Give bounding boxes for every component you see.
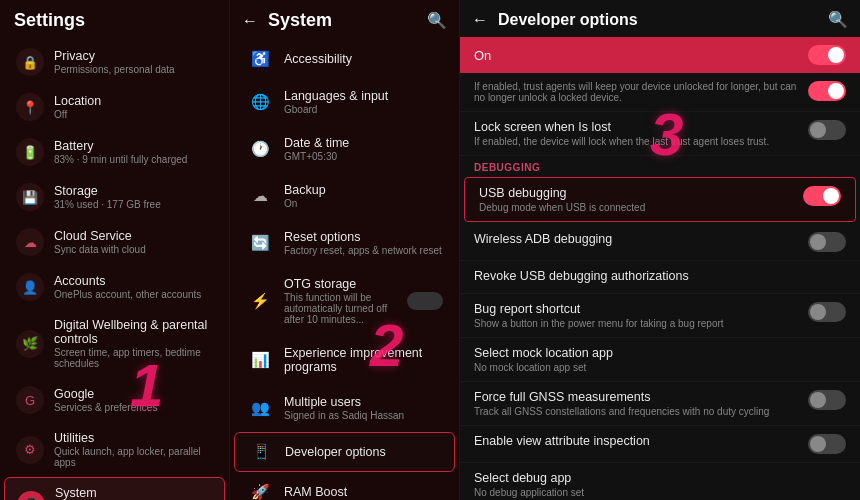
system-back-button[interactable]: ← xyxy=(242,12,258,30)
system-item-otg[interactable]: ⚡ OTG storage This function will be auto… xyxy=(234,267,455,335)
system-icon-rambost: 🚀 xyxy=(246,483,274,500)
system-item-datetime[interactable]: 🕐 Date & time GMT+05:30 xyxy=(234,126,455,172)
dev-item-revoke-adb[interactable]: Revoke USB debugging authorizations xyxy=(460,261,860,294)
system-icon-accessibility: ♿ xyxy=(246,50,274,68)
system-item-sub-reset: Factory reset, apps & network reset xyxy=(284,245,443,256)
system-item-languages[interactable]: 🌐 Languages & input Gboard xyxy=(234,79,455,125)
settings-icon-cloud: ☁ xyxy=(16,228,44,256)
dev-item-sub-gnss: Track all GNSS constellations and freque… xyxy=(474,406,800,417)
dev-item-title-lock: Lock screen when Is lost xyxy=(474,120,800,134)
toggle-usb[interactable] xyxy=(803,186,841,206)
toggle-otg[interactable] xyxy=(407,292,443,310)
settings-item-sub-wellbeing: Screen time, app timers, bedtime schedul… xyxy=(54,347,213,369)
system-item-multiuser[interactable]: 👥 Multiple users Signed in as Sadiq Hass… xyxy=(234,385,455,431)
settings-item-accounts[interactable]: 👤 Accounts OnePlus account, other accoun… xyxy=(4,265,225,309)
settings-item-sub-google: Services & preferences xyxy=(54,402,213,413)
system-icon-devopt: 📱 xyxy=(247,443,275,461)
settings-item-title-cloud: Cloud Service xyxy=(54,229,213,243)
devopt-back-button[interactable]: ← xyxy=(472,11,488,29)
settings-header: Settings xyxy=(0,0,229,39)
toggle-wireless-adb[interactable] xyxy=(808,232,846,252)
dev-item-sub-debug-app: No debug application set xyxy=(474,487,846,498)
settings-item-privacy[interactable]: 🔒 Privacy Permissions, personal data xyxy=(4,40,225,84)
settings-item-location[interactable]: 📍 Location Off xyxy=(4,85,225,129)
system-item-rambost[interactable]: 🚀 RAM Boost xyxy=(234,473,455,500)
settings-item-google[interactable]: G Google Services & preferences xyxy=(4,378,225,422)
toggle-lock[interactable] xyxy=(808,120,846,140)
settings-title: Settings xyxy=(14,10,85,30)
system-header: ← System 🔍 xyxy=(230,0,459,39)
dev-item-sub-lock: If enabled, the device will lock when th… xyxy=(474,136,800,147)
system-icon-backup: ☁ xyxy=(246,187,274,205)
dev-item-title-bug-report: Bug report shortcut xyxy=(474,302,800,316)
dev-item-title-wireless-adb: Wireless ADB debugging xyxy=(474,232,800,246)
settings-item-title-privacy: Privacy xyxy=(54,49,213,63)
system-icon-experience: 📊 xyxy=(246,351,274,369)
system-item-title-otg: OTG storage xyxy=(284,277,407,291)
dev-item-view-attr[interactable]: Enable view attribute inspection xyxy=(460,426,860,463)
settings-icon-utilities: ⚙ xyxy=(16,436,44,464)
dev-on-toggle[interactable] xyxy=(808,45,846,65)
dev-section-debugging: DEBUGGING xyxy=(460,156,860,175)
system-item-devopt[interactable]: 📱 Developer options xyxy=(234,432,455,472)
dev-item-usb-debug[interactable]: USB debugging Debug mode when USB is con… xyxy=(464,177,856,222)
settings-item-title-wellbeing: Digital Wellbeing & parental controls xyxy=(54,318,213,346)
dev-item-title-mock-location: Select mock location app xyxy=(474,346,846,360)
settings-item-title-google: Google xyxy=(54,387,213,401)
system-item-sub-backup: On xyxy=(284,198,443,209)
dev-item-gnss[interactable]: Force full GNSS measurements Track all G… xyxy=(460,382,860,426)
settings-icon-location: 📍 xyxy=(16,93,44,121)
system-panel: ← System 🔍 ♿ Accessibility 🌐 Languages &… xyxy=(230,0,460,500)
system-item-accessibility[interactable]: ♿ Accessibility xyxy=(234,40,455,78)
toggle-view-attr[interactable] xyxy=(808,434,846,454)
settings-item-wellbeing[interactable]: 🌿 Digital Wellbeing & parental controls … xyxy=(4,310,225,377)
toggle-trust[interactable] xyxy=(808,81,846,101)
devopt-search-icon[interactable]: 🔍 xyxy=(828,10,848,29)
settings-item-utilities[interactable]: ⚙ Utilities Quick launch, app locker, pa… xyxy=(4,423,225,476)
settings-item-sub-battery: 83% · 9 min until fully charged xyxy=(54,154,213,165)
dev-item-lock-screen[interactable]: Lock screen when Is lost If enabled, the… xyxy=(460,112,860,156)
system-icon-languages: 🌐 xyxy=(246,93,274,111)
devopt-panel: ← Developer options 🔍 On If enabled, tru… xyxy=(460,0,860,500)
toggle-bug-report[interactable] xyxy=(808,302,846,322)
devopt-list: On If enabled, trust agents will keep yo… xyxy=(460,37,860,500)
system-item-title-experience: Experience improvement programs xyxy=(284,346,443,374)
dev-item-title-view-attr: Enable view attribute inspection xyxy=(474,434,800,448)
toggle-gnss[interactable] xyxy=(808,390,846,410)
settings-item-system[interactable]: 📱 System Language & keyboard, time, rese… xyxy=(4,477,225,500)
dev-item-sub-trust: If enabled, trust agents will keep your … xyxy=(474,81,800,103)
system-item-title-reset: Reset options xyxy=(284,230,443,244)
settings-item-storage[interactable]: 💾 Storage 31% used · 177 GB free xyxy=(4,175,225,219)
system-item-experience[interactable]: 📊 Experience improvement programs xyxy=(234,336,455,384)
dev-item-title-revoke-adb: Revoke USB debugging authorizations xyxy=(474,269,846,283)
system-search-icon[interactable]: 🔍 xyxy=(427,11,447,30)
settings-item-sub-utilities: Quick launch, app locker, parallel apps xyxy=(54,446,213,468)
settings-item-cloud[interactable]: ☁ Cloud Service Sync data with cloud xyxy=(4,220,225,264)
dev-item-bug-report[interactable]: Bug report shortcut Show a button in the… xyxy=(460,294,860,338)
settings-item-sub-cloud: Sync data with cloud xyxy=(54,244,213,255)
dev-item-wireless-adb[interactable]: Wireless ADB debugging xyxy=(460,224,860,261)
system-title: System xyxy=(268,10,427,31)
dev-item-sub-usb: Debug mode when USB is connected xyxy=(479,202,795,213)
dev-item-title-debug-app: Select debug app xyxy=(474,471,846,485)
dev-item-sub-mock-location: No mock location app set xyxy=(474,362,846,373)
system-item-sub-multiuser: Signed in as Sadiq Hassan xyxy=(284,410,443,421)
settings-item-title-system: System xyxy=(55,486,212,500)
dev-item-mock-location[interactable]: Select mock location app No mock locatio… xyxy=(460,338,860,382)
settings-list: 🔒 Privacy Permissions, personal data 📍 L… xyxy=(0,39,229,500)
dev-item-debug-app[interactable]: Select debug app No debug application se… xyxy=(460,463,860,500)
system-icon-datetime: 🕐 xyxy=(246,140,274,158)
dev-item-trust-agents[interactable]: If enabled, trust agents will keep your … xyxy=(460,73,860,112)
system-item-reset[interactable]: 🔄 Reset options Factory reset, apps & ne… xyxy=(234,220,455,266)
settings-icon-google: G xyxy=(16,386,44,414)
settings-item-battery[interactable]: 🔋 Battery 83% · 9 min until fully charge… xyxy=(4,130,225,174)
settings-item-title-storage: Storage xyxy=(54,184,213,198)
settings-panel: Settings 🔒 Privacy Permissions, personal… xyxy=(0,0,230,500)
dev-item-title-gnss: Force full GNSS measurements xyxy=(474,390,800,404)
dev-item-title-usb: USB debugging xyxy=(479,186,795,200)
settings-item-sub-privacy: Permissions, personal data xyxy=(54,64,213,75)
system-icon-otg: ⚡ xyxy=(246,292,274,310)
dev-on-bar[interactable]: On xyxy=(460,37,860,73)
settings-item-sub-accounts: OnePlus account, other accounts xyxy=(54,289,213,300)
system-item-backup[interactable]: ☁ Backup On xyxy=(234,173,455,219)
